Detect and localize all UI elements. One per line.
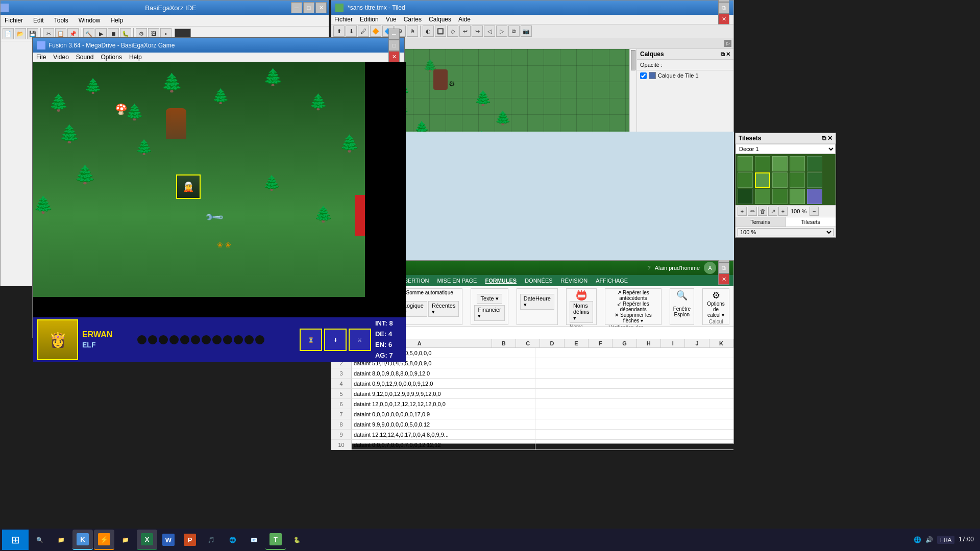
tile-0-3[interactable] xyxy=(790,156,805,171)
tilesets-zoom-select[interactable]: 100 % xyxy=(738,228,834,236)
ide-maximize-btn[interactable]: □ xyxy=(303,2,314,13)
tiled-tb-9[interactable]: 🔲 xyxy=(435,26,446,37)
ribbon-del-btn[interactable]: ✕ Supprimer les flèches ▾ xyxy=(608,312,657,323)
ribbon-calcul-label[interactable]: Options decalcul ▾ xyxy=(706,301,726,318)
ribbon-recentes-btn[interactable]: Récentes ▾ xyxy=(428,301,459,317)
excel-col-b[interactable]: B xyxy=(492,339,516,347)
ide-close-btn[interactable]: ✕ xyxy=(315,2,327,13)
tiled-sidebar-toggle-right[interactable]: ▷ xyxy=(724,40,731,47)
hud-item-2[interactable]: ⬇ xyxy=(324,329,347,351)
ide-new-btn[interactable]: 📄 xyxy=(3,28,14,39)
excel-col-k[interactable]: K xyxy=(709,339,733,347)
tilesets-zoom-out-btn[interactable]: − xyxy=(810,207,819,216)
excel-cell-4a[interactable]: dataint 0,9,0,12,9,0,0,0,0,9,12,0 xyxy=(352,379,535,388)
taskbar-mail-btn[interactable]: 📧 xyxy=(244,530,264,550)
excel-col-j[interactable]: J xyxy=(685,339,709,347)
ribbon-espion-label[interactable]: FenêtreEspion xyxy=(673,306,691,317)
tile-1-4[interactable] xyxy=(807,172,822,188)
excel-col-h[interactable]: H xyxy=(637,339,661,347)
tiled-menu-cartes[interactable]: Cartes xyxy=(404,16,422,23)
game-maximize-btn[interactable]: □ xyxy=(388,40,400,51)
tile-0-0[interactable] xyxy=(738,156,753,171)
excel-cell-7a[interactable]: dataint 0,0,0,0,0,0,0,0,0,17,0,9 xyxy=(352,409,535,419)
excel-tab-affichage[interactable]: AFFICHAGE xyxy=(596,278,628,284)
ide-menu-file[interactable]: Fichier xyxy=(3,16,25,25)
tiled-menu-vue[interactable]: Vue xyxy=(386,16,397,23)
excel-help-btn[interactable]: ? xyxy=(648,265,651,271)
tile-2-0[interactable] xyxy=(738,189,753,204)
tiled-close-btn[interactable]: ✕ xyxy=(718,13,729,24)
taskbar-ide-btn[interactable]: K xyxy=(72,530,93,550)
map-scroll-thumb-v[interactable] xyxy=(631,50,635,70)
excel-tab-mise-en-page[interactable]: MISE EN PAGE xyxy=(437,278,477,284)
tiled-restore-btn[interactable]: ⧉ xyxy=(718,2,729,13)
ide-menu-window[interactable]: Window xyxy=(77,16,103,25)
calques-detach-btn[interactable]: ⧉ xyxy=(721,51,725,58)
excel-col-i[interactable]: I xyxy=(661,339,685,347)
ribbon-date-btn[interactable]: DateHeure ▾ xyxy=(520,294,554,310)
game-menu-video[interactable]: Video xyxy=(53,54,68,61)
ide-open-btn[interactable]: 📂 xyxy=(15,28,26,39)
ide-minimize-btn[interactable]: ─ xyxy=(291,2,302,13)
tiled-menu-fichier[interactable]: Fichier xyxy=(334,16,353,23)
excel-col-c[interactable]: C xyxy=(516,339,540,347)
hud-item-1[interactable]: ⏳ xyxy=(300,329,322,351)
ribbon-financier-btn[interactable]: Financier ▾ xyxy=(474,305,504,321)
tilesets-tab-tilesets[interactable]: Tilesets xyxy=(786,217,836,227)
tile-2-3[interactable] xyxy=(790,189,805,204)
tile-2-1[interactable] xyxy=(755,189,770,204)
taskbar-chrome-btn[interactable]: 🌐 xyxy=(223,530,243,550)
excel-col-e[interactable]: E xyxy=(565,339,589,347)
game-minimize-btn[interactable]: ─ xyxy=(388,29,400,40)
tiled-tb-4[interactable]: 🔶 xyxy=(370,26,381,37)
tile-0-2[interactable] xyxy=(772,156,788,171)
excel-col-d[interactable]: D xyxy=(540,339,564,347)
tilesets-dropdown[interactable]: Decor 1 xyxy=(736,144,836,154)
ribbon-dep-btn[interactable]: ↙ Repérer les dépendants xyxy=(608,301,657,312)
tiled-tb-16[interactable]: 📷 xyxy=(521,26,532,37)
tilesets-tab-terrains[interactable]: Terrains xyxy=(736,217,786,227)
taskbar-fusion-btn[interactable]: ⚡ xyxy=(94,530,114,550)
calques-close-btn[interactable]: ✕ xyxy=(726,51,730,58)
tile-2-4-special[interactable] xyxy=(807,189,822,204)
tile-1-0[interactable] xyxy=(738,172,753,188)
taskbar-files-btn[interactable]: 📁 xyxy=(51,530,71,550)
excel-col-f[interactable]: F xyxy=(589,339,612,347)
tile-0-1[interactable] xyxy=(755,156,770,171)
taskbar-ppt-btn[interactable]: P xyxy=(180,530,200,550)
taskbar-tiled-btn[interactable]: T xyxy=(265,530,286,550)
game-menu-file[interactable]: File xyxy=(36,54,46,61)
tilesets-edit-btn[interactable]: ✏ xyxy=(748,207,757,216)
taskbar-excel-btn[interactable]: X xyxy=(137,530,157,550)
excel-col-g[interactable]: G xyxy=(612,339,636,347)
game-close-btn[interactable]: ✕ xyxy=(388,51,400,62)
tilesets-del-btn[interactable]: 🗑 xyxy=(758,207,767,216)
calques-layer-visibility[interactable] xyxy=(640,72,647,79)
tiled-tb-12[interactable]: ↪ xyxy=(472,26,483,37)
ide-menu-tools[interactable]: Tools xyxy=(52,16,70,25)
tilesets-detach-btn[interactable]: ⧉ xyxy=(822,135,826,142)
tiled-tb-2[interactable]: ⬇ xyxy=(346,26,357,37)
ribbon-noms-btn[interactable]: Nomsdéfinis ▾ xyxy=(570,301,593,323)
ide-menu-edit[interactable]: Edit xyxy=(31,16,46,25)
tiled-tb-11[interactable]: ↩ xyxy=(459,26,471,37)
taskbar-music-btn[interactable]: 🎵 xyxy=(201,530,222,550)
excel-cell-8a[interactable]: dataint 9,9,9,0,0,0,0,0,5,0,0,12 xyxy=(352,419,535,429)
hud-item-3[interactable]: ⚔ xyxy=(349,329,371,351)
tiled-menu-aide[interactable]: Aide xyxy=(458,16,471,23)
ribbon-texte-btn[interactable]: Texte ▾ xyxy=(477,294,502,304)
game-menu-options[interactable]: Options xyxy=(101,54,122,61)
excel-cell-9a[interactable]: dataint 12,12,12,4,0,17,0,0,4,8,0,9,9... xyxy=(352,430,535,439)
excel-tab-donnees[interactable]: DONNÉES xyxy=(525,278,552,284)
tilesets-new-btn[interactable]: + xyxy=(738,207,747,216)
tilesets-zoom-in-btn[interactable]: + xyxy=(778,207,788,216)
tiled-menu-edition[interactable]: Edition xyxy=(360,16,379,23)
tile-0-4[interactable] xyxy=(807,156,822,171)
tile-1-2[interactable] xyxy=(772,172,788,188)
ide-menu-help[interactable]: Help xyxy=(108,16,125,25)
excel-cell-5a[interactable]: dataint 9,12,0,0,12,9,9,9,9,9,12,0,0 xyxy=(352,389,535,398)
taskbar-extra-btn[interactable]: 🐍 xyxy=(287,530,307,550)
tile-2-2[interactable] xyxy=(772,189,788,204)
tiled-tb-10[interactable]: ◇ xyxy=(447,26,458,37)
game-menu-help[interactable]: Help xyxy=(129,54,142,61)
